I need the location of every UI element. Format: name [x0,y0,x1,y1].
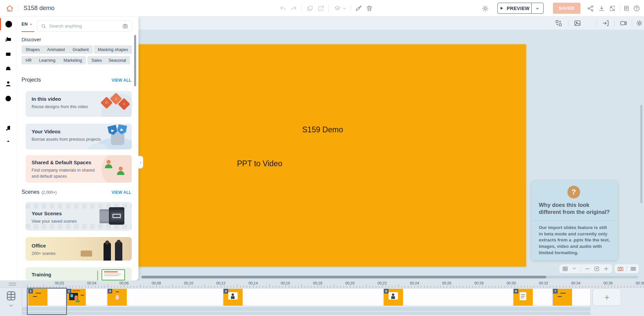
timeline-drag-handle[interactable] [9,283,16,285]
scene-clip-6[interactable]: 6 [513,288,553,306]
scene-settings-icon[interactable] [635,19,643,27]
image-icon[interactable] [573,19,581,27]
language-selector[interactable]: EN [22,21,33,27]
text-icon[interactable] [4,109,12,118]
chip-sales[interactable]: Sales [87,56,106,64]
format-brush-icon[interactable] [355,5,362,12]
swap-asset-icon[interactable] [555,19,563,27]
redo-icon[interactable] [290,5,297,12]
ruler-tick [102,286,102,287]
audio-icon[interactable] [4,124,12,132]
preview-caret-icon[interactable] [532,6,543,11]
scenes-view-all-link[interactable]: VIEW ALL [112,190,131,195]
ruler-tick [366,284,366,287]
camera-icon[interactable] [619,19,628,27]
visual-search-camera-icon[interactable] [122,23,128,29]
layers-caret-icon[interactable] [341,5,349,12]
notes-icon[interactable] [623,5,630,12]
search-box[interactable] [37,20,132,32]
scene-clip-3[interactable]: 3 [107,288,223,306]
character-head [117,240,121,244]
ruler-tick [50,286,50,287]
add-scene-button[interactable]: + [593,288,621,306]
zoom-in-icon[interactable] [603,266,609,272]
ruler-tick [521,286,521,287]
ruler-tick [327,286,328,287]
ruler-tick [395,286,395,287]
panel-scrollbar[interactable] [134,35,136,86]
card-your-videos[interactable]: ▶ ▶ Your Videos Borrow assets from previ… [26,124,132,149]
divider [596,20,597,27]
chip-animated[interactable]: Animated [43,45,69,54]
chip-gradient[interactable]: Gradient [69,45,93,54]
horizontal-scrollbar-track[interactable] [142,276,638,278]
preview-button[interactable]: PREVIEW [497,3,544,14]
document-title[interactable]: S158 demo [24,5,54,12]
storyboard-view-icon[interactable] [5,290,17,302]
translate-icon[interactable] [609,5,616,12]
chip-hr[interactable]: HR [22,56,36,64]
card-your-scenes[interactable]: Your Scenes View your saved scenes [26,202,132,231]
slide-title-text[interactable]: S159 Demo [302,125,343,134]
saved-button[interactable]: SAVED [553,3,580,14]
projects-icon[interactable] [4,36,12,44]
layers-icon[interactable] [334,5,341,12]
copy-to-scene-icon[interactable] [317,5,325,12]
chip-marketing[interactable]: Marketing [59,56,86,64]
zoom-out-icon[interactable] [584,266,591,272]
card-desc: Reuse designs from this video [32,104,88,110]
grid-caret-icon[interactable] [571,266,578,272]
ruler-tick [644,286,644,287]
charts-icon[interactable] [4,95,12,103]
vertical-scrollbar[interactable] [640,105,642,203]
card-title: Your Videos [32,129,61,134]
help-icon[interactable] [633,5,640,12]
ruler-tick [501,286,502,287]
scene-clip-5[interactable]: 5 [384,288,513,306]
chip-masking-shapes[interactable]: Masking shapes [94,45,132,54]
horizontal-scrollbar-thumb[interactable] [142,276,546,278]
slide-canvas[interactable] [128,44,526,267]
timeline-collapse-caret-icon[interactable] [8,303,14,309]
card-training[interactable]: Training [26,267,132,280]
video-settings-icon[interactable] [481,5,489,12]
fit-to-screen-icon[interactable] [594,266,600,272]
timeline-ruler[interactable]: 00:0200:0400:0600:0800:1000:1200:1400:16… [0,280,644,288]
card-in-this-video[interactable]: ⚐ ♪ ◔ In this video Reuse designs from t… [26,91,132,117]
discover-icon[interactable] [4,20,12,28]
download-icon[interactable] [598,5,605,12]
delete-icon[interactable] [366,5,373,12]
card-office[interactable]: Office 200+ scenes [26,237,132,261]
chip-shapes[interactable]: Shapes [22,45,44,54]
slide-subtitle-text[interactable]: PPT to Video [237,159,282,168]
grid-view-icon[interactable] [562,266,568,272]
duplicate-icon[interactable] [306,5,314,12]
chip-seasonal[interactable]: Seasonal [105,56,130,64]
audio-track-1[interactable] [22,307,591,311]
home-icon[interactable] [5,4,14,13]
projects-view-all-link[interactable]: VIEW ALL [112,78,131,83]
scene-clip-2[interactable]: 2 [66,288,107,306]
share-icon[interactable] [587,5,594,12]
ruler-tick [453,286,453,287]
storyboard-grid-icon[interactable] [630,266,636,272]
props-icon[interactable] [4,65,12,73]
scenes-icon[interactable] [4,50,12,58]
chip-learning[interactable]: Learning [35,56,59,64]
ruler-tick [411,286,411,287]
timeline-view-icon[interactable] [617,266,623,272]
enter-scene-icon[interactable] [602,19,610,27]
audio-track-2[interactable] [22,312,591,315]
ruler-tick [153,286,153,287]
person-figure [117,167,124,175]
search-input[interactable] [49,24,119,29]
characters-icon[interactable] [4,80,12,88]
panel-collapse-handle[interactable]: ‹ [138,156,143,169]
scene-clip-4[interactable]: 4 [223,288,384,306]
scene-clip-7[interactable]: 7 [553,288,591,306]
scene-clip-1[interactable]: 1 [28,288,66,306]
undo-icon[interactable] [279,5,287,12]
upload-icon[interactable] [4,139,12,147]
card-shared-spaces[interactable]: Shared & Default Spaces Find company mat… [26,155,132,183]
divider [614,20,615,27]
